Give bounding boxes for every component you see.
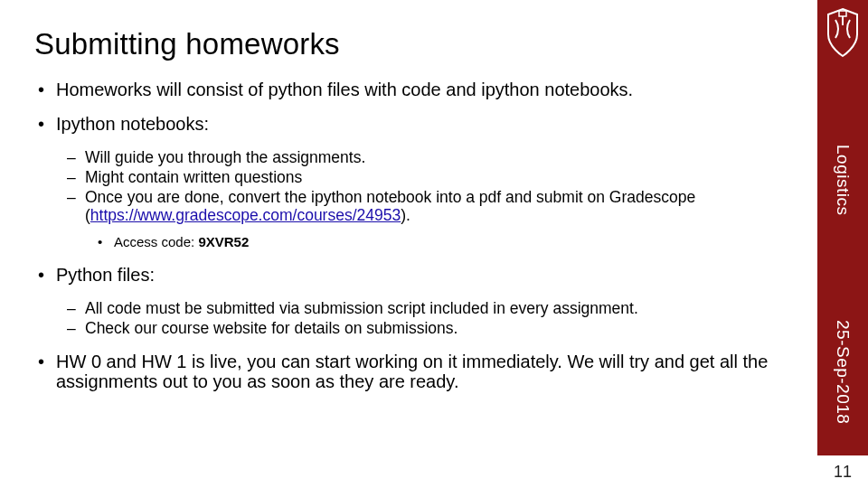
sub-bullet-item: Will guide you through the assignments.	[34, 148, 787, 166]
content-area: Submitting homeworks Homeworks will cons…	[34, 27, 787, 406]
sub-bullet-item: Check our course website for details on …	[34, 319, 787, 337]
access-code-label: Access code:	[114, 234, 198, 249]
bullet-item: Ipython notebooks:	[34, 114, 787, 134]
section-label: Logistics	[817, 145, 868, 219]
bullet-item: Homeworks will consist of python files w…	[34, 80, 787, 99]
svg-rect-0	[839, 11, 846, 16]
sub-bullet-item: Might contain written questions	[34, 168, 787, 186]
sub-bullet-item: All code must be submitted via submissio…	[34, 299, 787, 317]
sub-bullet-item: Once you are done, convert the ipython n…	[34, 188, 787, 224]
gradescope-link[interactable]: https://www.gradescope.com/courses/24953	[90, 206, 401, 224]
sidebar: Logistics 25-Sep-2018 11	[817, 0, 868, 488]
section-text: Logistics	[833, 145, 853, 215]
page-number: 11	[817, 455, 868, 488]
page-number-box: 11	[817, 455, 868, 488]
date-label: 25-Sep-2018	[817, 320, 868, 427]
subsub-bullet-item: Access code: 9XVR52	[34, 234, 787, 250]
date-text: 25-Sep-2018	[833, 320, 853, 424]
slide: Submitting homeworks Homeworks will cons…	[0, 0, 868, 488]
shield-icon	[825, 7, 861, 58]
bullet-item: Python files:	[34, 265, 787, 285]
school-logo	[817, 0, 868, 65]
page-title: Submitting homeworks	[34, 27, 787, 61]
bullet-list: Homeworks will consist of python files w…	[34, 80, 787, 391]
spacer	[34, 339, 787, 352]
spacer	[34, 252, 787, 265]
access-code-value: 9XVR52	[198, 234, 249, 249]
text-fragment: ).	[401, 206, 410, 224]
bullet-item: HW 0 and HW 1 is live, you can start wor…	[34, 352, 787, 391]
